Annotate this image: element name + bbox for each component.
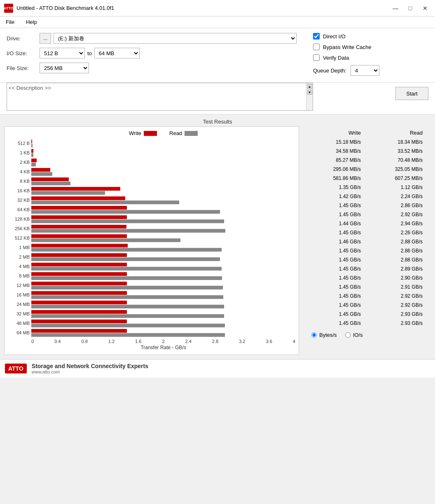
bars-group <box>31 329 295 337</box>
bytes-radio[interactable] <box>311 332 317 338</box>
table-row: 1.42 GB/s2.24 GB/s <box>303 192 427 201</box>
bar-row: 8 MB <box>31 271 295 280</box>
x-tick: 0.8 <box>81 339 87 344</box>
io-size-from-select[interactable]: 512 B <box>40 48 85 58</box>
bar-row-label: 1 KB <box>6 150 30 155</box>
read-value: 70.48 MB/s <box>369 157 423 163</box>
write-value: 1.45 GB/s <box>307 320 361 326</box>
write-value: 1.45 GB/s <box>307 257 361 263</box>
bar-row: 16 MB <box>31 290 295 299</box>
table-row: 1.45 GB/s2.26 GB/s <box>303 228 427 237</box>
bar-row: 512 KB <box>31 233 295 243</box>
write-value: 1.45 GB/s <box>307 284 361 290</box>
start-button[interactable]: Start <box>395 87 428 100</box>
minimize-button[interactable]: — <box>390 4 401 13</box>
x-tick: 1.2 <box>108 339 115 344</box>
write-bar <box>31 168 50 172</box>
close-button[interactable]: ✕ <box>419 4 431 13</box>
bar-row: 2 KB <box>31 158 295 167</box>
bar-row-label: 512 B <box>6 141 30 146</box>
read-bar <box>31 182 70 185</box>
footer-logo: ATTO <box>5 364 27 373</box>
table-row: 1.45 GB/s2.90 GB/s <box>303 273 427 282</box>
menu-bar: File Help <box>0 16 435 28</box>
write-bar <box>31 225 126 229</box>
read-value: 2.92 GB/s <box>369 293 423 299</box>
read-value: 607.25 MB/s <box>369 175 423 181</box>
drive-browse-button[interactable]: ... <box>40 33 51 44</box>
read-value: 33.52 MB/s <box>369 148 423 154</box>
window-title: Untitled - ATTO Disk Benchmark 4.01.0f1 <box>16 5 390 11</box>
bar-row-label: 4 MB <box>6 264 30 269</box>
results-title: Test Results <box>4 119 431 125</box>
bars-group <box>31 310 295 318</box>
table-row: 1.45 GB/s2.91 GB/s <box>303 282 427 292</box>
maximize-button[interactable]: □ <box>405 4 416 13</box>
write-bar <box>31 244 128 247</box>
bar-row-label: 2 KB <box>6 160 30 165</box>
read-bar <box>31 144 33 147</box>
direct-io-checkbox[interactable] <box>313 33 320 40</box>
io-radio[interactable] <box>345 332 351 338</box>
x-tick: 0 <box>31 339 34 344</box>
file-size-label: File Size: <box>7 65 40 71</box>
table-row: 1.44 GB/s2.94 GB/s <box>303 219 427 228</box>
table-row: 1.35 GB/s1.12 GB/s <box>303 183 427 192</box>
x-tick: 3.6 <box>266 339 272 344</box>
verify-data-row: Verify Data <box>313 54 428 61</box>
write-value: 1.46 GB/s <box>307 239 361 245</box>
read-legend: Read <box>169 130 198 136</box>
menu-help[interactable]: Help <box>24 18 39 26</box>
queue-depth-select[interactable]: 4 <box>351 65 379 76</box>
menu-file[interactable]: File <box>4 18 16 26</box>
drive-label: Drive: <box>7 35 40 42</box>
write-value: 1.45 GB/s <box>307 302 361 308</box>
write-bar <box>31 140 32 143</box>
bytes-radio-label[interactable]: Bytes/s <box>311 332 337 338</box>
bar-row-label: 128 KB <box>6 217 30 222</box>
direct-io-label[interactable]: Direct I/O <box>323 33 346 40</box>
io-label: IO/s <box>353 332 363 338</box>
bar-row: 12 MB <box>31 281 295 290</box>
write-bar <box>31 159 37 162</box>
bar-row: 512 B <box>31 139 295 148</box>
drive-controls: ... (E:) 新加卷 <box>40 33 297 44</box>
verify-data-checkbox[interactable] <box>313 54 320 61</box>
bar-row-label: 16 MB <box>6 292 30 297</box>
bar-row: 2 MB <box>31 252 295 261</box>
bar-chart: 512 B1 KB2 KB4 KB8 KB16 KB32 KB64 KB128 … <box>31 139 295 337</box>
read-bar <box>31 276 222 280</box>
io-radio-label[interactable]: IO/s <box>345 332 363 338</box>
read-bar <box>31 229 225 233</box>
read-bar <box>31 257 220 261</box>
scroll-up-arrow[interactable]: ▲ <box>307 84 312 89</box>
write-bar <box>31 282 127 285</box>
queue-depth-label: Queue Depth: <box>313 68 346 74</box>
drive-select[interactable]: (E:) 新加卷 <box>54 33 297 44</box>
bars-group <box>31 291 295 299</box>
bypass-write-cache-label[interactable]: Bypass Write Cache <box>323 44 372 50</box>
write-bar <box>31 253 127 257</box>
bypass-write-cache-checkbox[interactable] <box>313 44 320 50</box>
file-size-select[interactable]: 256 MB <box>40 63 89 73</box>
read-value: 2.93 GB/s <box>369 311 423 317</box>
read-bar <box>31 333 225 337</box>
io-size-to-select[interactable]: 64 MB <box>94 48 140 58</box>
read-bar <box>31 305 224 308</box>
bar-row: 4 KB <box>31 167 295 176</box>
bars-group <box>31 244 295 252</box>
read-bar <box>31 153 33 157</box>
bars-group <box>31 187 295 195</box>
verify-data-label[interactable]: Verify Data <box>323 55 349 61</box>
write-value: 1.45 GB/s <box>307 311 361 317</box>
x-ticks: 00.40.81.21.622.42.83.23.64 <box>31 339 295 344</box>
read-value: 2.26 GB/s <box>369 230 423 236</box>
read-bar <box>31 286 223 289</box>
write-bar <box>31 215 127 219</box>
form-right: Direct I/O Bypass Write Cache Verify Dat… <box>313 33 428 77</box>
scroll-down-arrow[interactable]: ▼ <box>307 90 312 95</box>
bar-row: 32 KB <box>31 196 295 205</box>
bar-row: 16 KB <box>31 186 295 195</box>
bars-group <box>31 140 295 147</box>
description-text[interactable]: << Description >> <box>7 83 306 110</box>
